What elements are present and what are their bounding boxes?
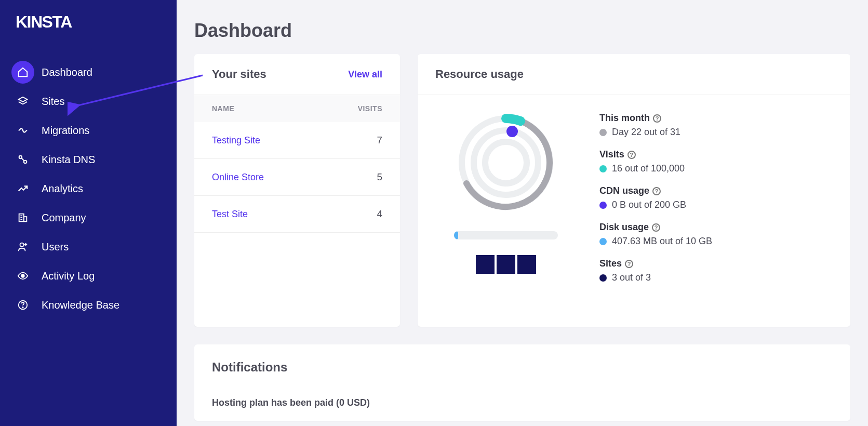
sidebar-item-migrations[interactable]: Migrations xyxy=(0,116,177,145)
nav-label: Dashboard xyxy=(42,66,92,78)
users-icon xyxy=(11,235,34,258)
sidebar-item-knowledge-base[interactable]: Knowledge Base xyxy=(0,290,177,320)
home-icon xyxy=(11,61,34,84)
stat-value: 3 out of 3 xyxy=(599,272,830,283)
your-sites-card: Your sites View all NAME VISITS Testing … xyxy=(194,54,400,327)
notification-text: Hosting plan has been paid (0 USD) xyxy=(212,397,370,408)
resource-usage-card: Resource usage xyxy=(418,54,850,327)
site-visits: 5 xyxy=(377,171,382,183)
dot-icon xyxy=(599,202,607,209)
stat-label: Visits ? xyxy=(599,149,830,160)
card-header: Notifications xyxy=(194,344,850,385)
question-icon[interactable]: ? xyxy=(652,187,661,195)
stat-value-text: 407.63 MB out of 10 GB xyxy=(612,236,712,247)
nav-label: Knowledge Base xyxy=(42,299,119,311)
stat-value: 0 B out of 200 GB xyxy=(599,199,830,210)
stat-value-text: 0 B out of 200 GB xyxy=(612,199,686,210)
disk-usage-fill xyxy=(454,231,458,239)
site-visits: 4 xyxy=(377,208,382,220)
svg-rect-3 xyxy=(24,217,27,221)
nav-label: Sites xyxy=(42,96,64,108)
stat-cdn: CDN usage ? 0 B out of 200 GB xyxy=(599,185,830,210)
company-icon xyxy=(11,206,34,229)
stat-label-text: Visits xyxy=(599,149,624,160)
sites-boxes xyxy=(476,255,536,274)
stat-label-text: Disk usage xyxy=(599,222,649,233)
stat-label: Sites ? xyxy=(599,258,830,269)
stat-value: Day 22 out of 31 xyxy=(599,127,830,138)
svg-point-12 xyxy=(490,147,522,178)
stat-label: CDN usage ? xyxy=(599,185,830,196)
nav-label: Company xyxy=(42,212,86,224)
stat-label-text: CDN usage xyxy=(599,185,649,196)
layers-icon xyxy=(11,90,34,113)
table-head: NAME VISITS xyxy=(194,95,400,122)
sidebar: KInsta Dashboard Sites Migrations Kinsta… xyxy=(0,0,177,426)
page-title: Dashboard xyxy=(194,20,850,42)
analytics-icon xyxy=(11,177,34,200)
stat-label-text: Sites xyxy=(599,258,622,269)
sidebar-item-users[interactable]: Users xyxy=(0,232,177,261)
eye-icon xyxy=(11,264,34,287)
site-box xyxy=(497,255,515,274)
dot-icon xyxy=(599,165,607,172)
gauge-column xyxy=(438,111,573,295)
migrate-icon xyxy=(11,119,34,142)
stat-value-text: Day 22 out of 31 xyxy=(612,127,680,138)
stat-value-text: 3 out of 3 xyxy=(612,272,651,283)
card-title: Notifications xyxy=(212,360,287,374)
svg-point-7 xyxy=(22,307,23,308)
sidebar-item-sites[interactable]: Sites xyxy=(0,87,177,116)
resource-body: This month ? Day 22 out of 31 Visits ? xyxy=(418,95,850,310)
notification-row[interactable]: Hosting plan has been paid (0 USD) xyxy=(194,385,850,421)
card-header: Resource usage xyxy=(418,54,850,95)
sidebar-item-company[interactable]: Company xyxy=(0,203,177,232)
disk-usage-bar xyxy=(454,231,558,239)
site-box xyxy=(476,255,495,274)
stat-label-text: This month xyxy=(599,113,650,124)
stat-value: 16 out of 100,000 xyxy=(599,163,830,174)
brand-logo: KInsta xyxy=(16,12,177,32)
nav-label: Users xyxy=(42,241,69,253)
dot-icon xyxy=(599,129,607,136)
svg-point-5 xyxy=(21,274,24,277)
sidebar-item-activity-log[interactable]: Activity Log xyxy=(0,261,177,290)
sidebar-item-dashboard[interactable]: Dashboard xyxy=(0,58,177,87)
card-title: Resource usage xyxy=(435,68,524,81)
nav-label: Kinsta DNS xyxy=(42,154,95,166)
notifications-card: Notifications Hosting plan has been paid… xyxy=(194,344,850,421)
stat-value-text: 16 out of 100,000 xyxy=(612,163,685,174)
nav: Dashboard Sites Migrations Kinsta DNS An… xyxy=(0,58,177,320)
site-link[interactable]: Testing Site xyxy=(212,135,260,146)
site-box xyxy=(517,255,536,274)
nav-label: Activity Log xyxy=(42,270,95,282)
table-row: Testing Site 7 xyxy=(194,122,400,159)
stats-column: This month ? Day 22 out of 31 Visits ? xyxy=(599,111,830,295)
sidebar-item-dns[interactable]: Kinsta DNS xyxy=(0,145,177,174)
stat-sites: Sites ? 3 out of 3 xyxy=(599,258,830,283)
svg-point-4 xyxy=(20,243,24,247)
nav-label: Analytics xyxy=(42,183,83,195)
dns-icon xyxy=(11,148,34,171)
col-name: NAME xyxy=(212,104,234,113)
help-icon xyxy=(11,294,34,316)
question-icon[interactable]: ? xyxy=(627,151,636,159)
question-icon[interactable]: ? xyxy=(652,223,660,232)
content: Dashboard Your sites View all NAME VISIT… xyxy=(177,0,868,421)
site-link[interactable]: Test Site xyxy=(212,209,248,220)
table-row: Online Store 5 xyxy=(194,159,400,196)
radial-gauge-chart xyxy=(454,111,558,215)
view-all-link[interactable]: View all xyxy=(348,69,382,80)
question-icon[interactable]: ? xyxy=(653,114,661,123)
stat-value: 407.63 MB out of 10 GB xyxy=(599,236,830,247)
table-row: Test Site 4 xyxy=(194,196,400,233)
cards-row: Your sites View all NAME VISITS Testing … xyxy=(194,54,850,327)
question-icon[interactable]: ? xyxy=(625,260,633,268)
sidebar-item-analytics[interactable]: Analytics xyxy=(0,174,177,203)
stat-label: This month ? xyxy=(599,113,830,124)
card-title: Your sites xyxy=(212,68,266,81)
site-link[interactable]: Online Store xyxy=(212,172,264,183)
stat-label: Disk usage ? xyxy=(599,222,830,233)
dot-icon xyxy=(599,238,607,245)
dot-icon xyxy=(599,274,607,282)
